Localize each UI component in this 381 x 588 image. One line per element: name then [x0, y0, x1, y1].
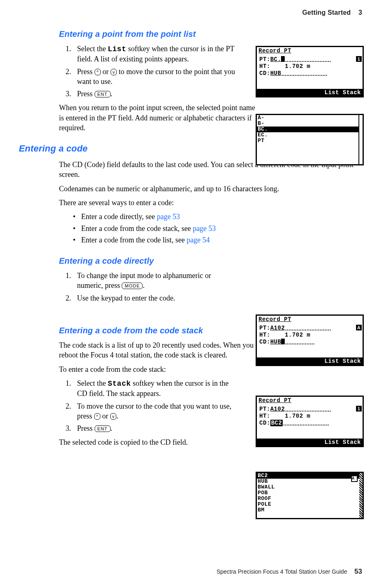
mode-badge: A	[351, 475, 358, 482]
list-item: BM	[257, 507, 363, 513]
softkey-stack: Stack	[108, 380, 131, 388]
selected-code: BC2	[270, 420, 283, 426]
section-name: Getting Started	[302, 9, 351, 16]
list-item: PT	[257, 138, 363, 144]
list-item: POLE	[257, 502, 363, 507]
step: To change the input mode to alphanumeric…	[73, 271, 237, 291]
device-screen-code-stack: BC2HUBBWALLPOBROOFPOLEBM A	[256, 472, 364, 519]
screen-title: Record PT	[258, 47, 362, 54]
screen-footer: List Stack	[257, 439, 363, 446]
mode-key-icon: MODE	[122, 283, 143, 289]
softkey-list: List	[108, 45, 126, 53]
ent-key-icon: ENT	[95, 425, 111, 432]
down-key-icon: v	[110, 413, 117, 420]
ent-key-icon: ENT	[95, 91, 111, 97]
running-header: Getting Started 3	[302, 8, 362, 17]
bullet: Enter a code from the code list, see pag…	[81, 235, 362, 245]
link-page53[interactable]: page 53	[157, 213, 180, 221]
step: Select the Stack softkey when the cursor…	[73, 378, 237, 399]
heading-code-directly: Entering a code directly	[59, 256, 362, 267]
bullet: Enter a code from the code stack, see pa…	[81, 224, 362, 233]
paragraph: When you return to the point input scree…	[59, 103, 256, 133]
list-item: BC2	[257, 473, 363, 479]
device-screen-record-pt-3: Record PT 1 PT:A102 HT: 1.702 m CD:BC2 L…	[256, 396, 364, 447]
list-item: POB	[257, 490, 363, 496]
step: Press ^ or v to move the cursor to the p…	[73, 67, 237, 87]
paragraph: There are several ways to enter a code:	[59, 198, 362, 208]
link-page53b[interactable]: page 53	[193, 224, 215, 233]
device-screen-record-pt-1: Record PT 1 PT:BC. HT: 1.702 m CD:HUB Li…	[256, 46, 364, 97]
page-number: 53	[354, 568, 362, 575]
chapter-number: 3	[358, 9, 362, 16]
paragraph: The selected code is copied to the CD fi…	[59, 437, 256, 447]
step: Press ENT.	[73, 423, 237, 433]
up-key-icon: ^	[95, 69, 101, 75]
steps-point-from-list: Select the List softkey when the cursor …	[59, 44, 249, 99]
page-footer: Spectra Precision Focus 4 Total Station …	[216, 567, 362, 577]
screen-title: Record PT	[258, 316, 362, 323]
heading-point-from-list: Entering a point from the point list	[59, 29, 362, 40]
list-item: B-	[257, 121, 363, 127]
list-item: ROOF	[257, 496, 363, 502]
link-page54[interactable]: page 54	[186, 236, 209, 244]
scrollbar-icon	[358, 115, 363, 164]
step: To move the cursor to the code that you …	[73, 401, 237, 421]
screen-footer: List Stack	[257, 89, 363, 96]
book-title: Spectra Precision Focus 4 Total Station …	[216, 568, 347, 575]
bullet: Enter a code directly, see page 53	[81, 212, 362, 222]
list-item: BC.	[257, 127, 363, 132]
down-key-icon: v	[111, 69, 117, 75]
bullet-list: Enter a code directly, see page 53 Enter…	[59, 212, 362, 245]
paragraph: Codenames can be numeric or alphanumeric…	[59, 184, 362, 194]
paragraph: The code stack is a list of up to 20 rec…	[59, 340, 256, 360]
up-key-icon: ^	[94, 413, 100, 420]
step: Select the List softkey when the cursor …	[73, 44, 237, 64]
paragraph: To enter a code from the code stack:	[59, 364, 256, 374]
step: Press ENT.	[73, 89, 237, 99]
scrollbar-icon	[359, 473, 363, 518]
list-item: HUB	[257, 479, 363, 484]
device-screen-record-pt-2: Record PT A PT:A102 HT: 1.702 m CD:HUB L…	[256, 314, 364, 366]
steps-code-directly: To change the input mode to alphanumeric…	[59, 271, 362, 303]
step: Use the keypad to enter the code.	[73, 293, 237, 303]
device-screen-point-list: A-B-BC.EC.PT	[256, 114, 364, 165]
screen-footer: List Stack	[257, 357, 363, 365]
list-item: A-	[257, 115, 363, 121]
screen-title: Record PT	[258, 397, 362, 404]
list-item: BWALL	[257, 484, 363, 490]
list-item: EC.	[257, 132, 363, 138]
